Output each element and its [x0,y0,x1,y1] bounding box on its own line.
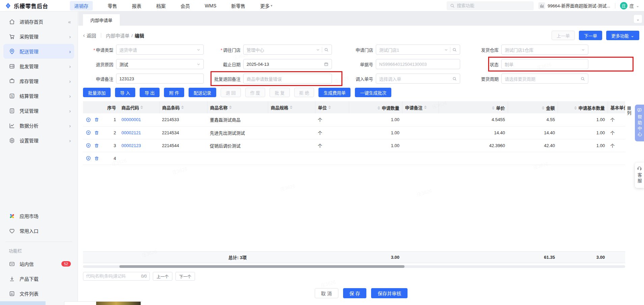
cell-code[interactable]: 00000001 [119,113,159,126]
top-menu-item-more[interactable]: 更多 ▾ [260,2,272,9]
cell-code[interactable] [119,152,159,165]
sidebar-item-purchase[interactable]: 采购管理 › [3,29,74,44]
global-search[interactable] [447,1,534,10]
approve-button[interactable]: 批 复 [270,88,290,97]
cell-code[interactable]: 00002121 [119,126,159,139]
col-header-base-qty[interactable]: 申请基本数量 [558,101,608,113]
next-doc-button[interactable]: 下一单 [579,31,602,40]
customer-service-tab[interactable]: 客服 [635,163,644,188]
cancel-button[interactable]: 取 消 [315,288,338,298]
save-button[interactable]: 保 存 [343,288,367,298]
sidebar-item-file-list[interactable]: 文件列表 [3,286,74,301]
search-icon[interactable] [581,77,585,81]
ship-warehouse-select[interactable]: 测试门店1仓库 [501,45,588,55]
scrollbar-thumb[interactable] [119,265,404,268]
return-button[interactable]: 退 回 [221,88,241,97]
reject-button[interactable]: 拒 绝 [294,88,314,97]
top-menu-item-wms[interactable]: WMS [205,3,216,8]
table-row[interactable]: 2 00002121 2214534 先进先出测试测试 个 1.00 14.40… [83,126,625,139]
delete-row-icon[interactable] [94,117,99,122]
delete-row-icon[interactable] [94,156,99,161]
top-menu-item-inventory[interactable]: 进销存 [70,1,93,10]
col-header-qty[interactable]: 申请数量 [349,101,402,113]
sidebar-item-distribution[interactable]: 配送管理 › [3,44,74,59]
back-button[interactable]: ‹ 返回 [83,32,96,39]
cell-remark[interactable] [402,152,439,165]
prev-match-button[interactable]: 上一个 [153,272,172,281]
top-menu-item-new-retail[interactable]: 新零售 [231,2,245,9]
sidebar-item-inbox[interactable]: 站内信 52 [3,256,74,271]
tab-internal-application[interactable]: 内部申请单 [83,14,120,26]
sidebar-item-settlement[interactable]: $ 结算管理 › [3,88,74,103]
one-key-batch-button[interactable]: 一键生成批次 [355,88,391,97]
delivery-record-button[interactable]: 配送记录 [189,88,216,97]
table-row-empty[interactable]: 4 [83,152,625,165]
next-match-button[interactable]: 下一个 [175,272,195,281]
column-settings-button[interactable]: ▦ 列 [625,105,633,115]
prev-doc-button[interactable]: 上一单 [552,31,575,40]
cell-qty[interactable] [349,152,402,165]
cell-remark[interactable] [402,139,439,152]
add-row-icon[interactable] [86,143,91,148]
col-header-code[interactable]: 商品代码 [119,101,159,113]
col-header-base-unit[interactable]: 基本单位 [608,101,625,113]
quick-locate-input[interactable] [86,274,139,279]
reject-remark-input[interactable]: 商品申请数量错误 [243,74,332,84]
sidebar-item-app-market[interactable]: 应用市场 [3,209,74,223]
cell-qty[interactable]: 1.00 [349,139,402,152]
sidebar-item-voucher[interactable]: 凭证管理 › [3,103,74,118]
import-button[interactable]: 导 入 [115,88,135,97]
sidebar-item-settings[interactable]: 设置管理 › [3,133,74,148]
col-header-spec[interactable]: 商品规格 [268,101,315,113]
sidebar-item-wholesale[interactable]: 批发管理 › [3,59,74,74]
cell-remark[interactable] [402,113,439,126]
sidebar-item-favorites[interactable]: 常用入口 [3,223,74,238]
tab-list-dropdown[interactable]: ⌄ [634,15,642,23]
batch-add-button[interactable]: 批量添加 [83,88,111,97]
col-header-barcode[interactable]: 商品条码 [159,101,207,113]
more-functions-button[interactable]: 更多功能 ⌄ [606,31,639,40]
add-row-icon[interactable] [86,117,91,122]
cell-qty[interactable]: 1.00 [349,126,402,139]
col-header-remark[interactable]: 申请备注 [402,101,439,113]
col-header-amount[interactable]: 金额 [508,101,558,113]
void-button[interactable]: 作 废 [245,88,265,97]
sidebar-item-downloads[interactable]: 产品下载 [3,271,74,286]
top-menu-item-archives[interactable]: 档案 [156,2,166,9]
cell-code[interactable]: 00002123 [119,139,159,152]
apply-type-select[interactable]: 退货申请 [116,45,204,55]
status-input[interactable]: 制单 [501,59,588,69]
table-row[interactable]: 1 00000001 2214533 董鑫磊测试商品 个 1.00 4.5455… [83,113,625,126]
save-and-audit-button[interactable]: 保存并审核 [371,288,408,298]
in-doc-no-picker[interactable]: 选择调入单 [376,74,460,84]
collapse-icon[interactable]: « [68,19,71,25]
help-center-tab[interactable]: 帮助中心 [635,105,644,141]
export-button[interactable]: 导 出 [140,88,160,97]
apply-store-select[interactable]: 测试门店1 [376,45,460,55]
top-menu-item-retail[interactable]: 零售 [108,2,117,9]
top-menu-item-reports[interactable]: 报表 [132,2,141,9]
sidebar-item-home[interactable]: 进销存首页 « [3,14,74,29]
to-store-select[interactable]: 管理中心 [243,45,332,55]
cell-remark[interactable] [402,126,439,139]
search-icon[interactable] [452,77,457,81]
generate-fee-doc-button[interactable]: 生成费用单 [318,88,351,97]
doc-no-input[interactable]: NS99664012504130003 [376,59,460,69]
deadline-date-input[interactable]: 2025-04-13 [243,59,332,69]
search-icon[interactable] [452,48,457,52]
top-menu-item-members[interactable]: 会员 [180,2,190,9]
delete-row-icon[interactable] [94,143,99,148]
user-menu[interactable]: 庄 庄 ⌄ [620,2,639,9]
add-row-icon[interactable] [86,156,91,161]
tenant-switcher[interactable]: 99664-新界面商超版测试-测试... [538,2,610,9]
return-reason-select[interactable]: 测试 [116,59,204,69]
search-icon[interactable] [324,48,329,52]
demand-cycle-picker[interactable]: 请选择要货周期 [501,74,588,84]
sidebar-item-stock[interactable]: 库存管理 › [3,74,74,88]
col-header-unit[interactable]: 单位 [315,101,349,113]
table-row[interactable]: 3 00002123 2214544 促销后调价测试 个 1.00 42.396… [83,139,625,152]
add-row-icon[interactable] [86,130,91,135]
col-header-name[interactable]: 商品名称 [207,101,268,113]
calendar-icon[interactable] [324,62,329,66]
global-search-input[interactable] [457,3,530,8]
